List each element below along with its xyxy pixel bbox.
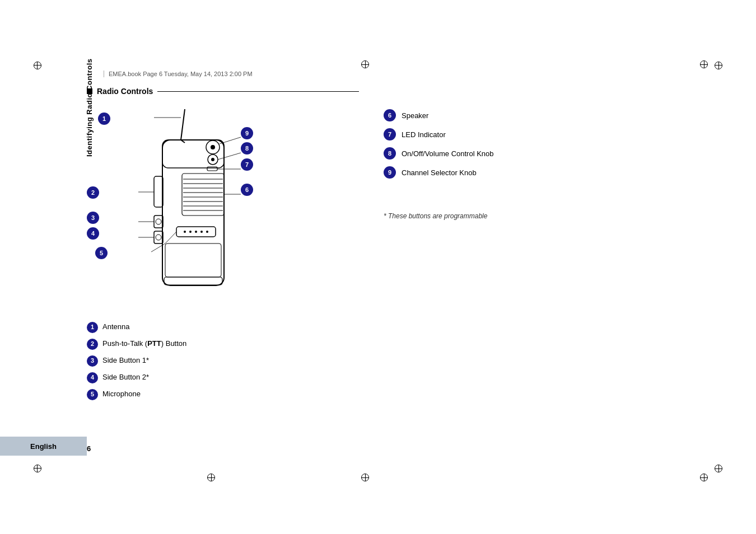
svg-rect-30 [164, 277, 222, 285]
svg-point-7 [211, 158, 214, 161]
svg-rect-2 [162, 140, 224, 285]
right-item-9: 9 Channel Selector Knob [384, 166, 722, 179]
heading-line [157, 91, 359, 92]
badge-inline-4: 4 [87, 372, 98, 383]
header-file-info: EMEA.book Page 6 Tuesday, May 14, 2013 2… [104, 71, 253, 77]
svg-line-36 [151, 243, 165, 252]
svg-point-27 [200, 231, 203, 233]
two-column-layout: 1 2 3 4 5 6 7 8 9 [87, 104, 722, 406]
svg-rect-21 [154, 231, 163, 243]
labels-list: 1 Antenna 2 Push-to-Talk (PTT) Button 3 … [87, 322, 350, 400]
label-text-3: Side Button 1* [102, 355, 149, 366]
right-item-8: 8 On/Off/Volume Control Knob [384, 147, 722, 160]
badge-8: 8 [241, 142, 253, 154]
label-text-1: Antenna [102, 322, 129, 332]
reg-mark-bottom-left [32, 463, 43, 474]
label-text-5: Microphone [102, 389, 141, 399]
svg-line-35 [165, 232, 176, 243]
label-item-4: 4 Side Button 2* [87, 372, 350, 383]
reg-mark-bottom-right [713, 463, 724, 474]
right-text-7: LED Indicator [402, 130, 446, 139]
svg-point-5 [211, 145, 215, 149]
content-area: Radio Controls [87, 87, 722, 458]
label-item-5: 5 Microphone [87, 389, 350, 400]
right-text-8: On/Off/Volume Control Knob [402, 149, 494, 158]
badge-inline-1: 1 [87, 322, 98, 333]
svg-point-26 [195, 231, 197, 233]
label-text-4: Side Button 2* [102, 372, 149, 382]
svg-rect-9 [182, 174, 224, 216]
svg-point-22 [156, 235, 161, 240]
svg-rect-29 [165, 243, 221, 277]
right-item-6: 6 Speaker [384, 109, 722, 121]
right-item-7: 7 LED Indicator [384, 128, 722, 140]
reg-mark-top-left [32, 60, 43, 71]
badge-inline-7: 7 [384, 128, 396, 140]
badge-inline-5: 5 [87, 389, 98, 400]
badge-5: 5 [95, 247, 108, 259]
svg-line-40 [220, 137, 241, 144]
programmable-note: * These buttons are programmable [384, 212, 722, 220]
left-column: 1 2 3 4 5 6 7 8 9 [87, 104, 350, 406]
badge-4: 4 [87, 227, 99, 240]
badge-inline-3: 3 [87, 355, 98, 367]
right-text-6: Speaker [402, 111, 428, 120]
svg-line-0 [181, 109, 185, 140]
reg-mark-top-right [713, 60, 724, 71]
badge-9: 9 [241, 127, 253, 139]
badge-1: 1 [98, 113, 110, 125]
radio-diagram: 1 2 3 4 5 6 7 8 9 [87, 104, 333, 311]
svg-rect-18 [154, 176, 163, 207]
section-title: Radio Controls [97, 87, 153, 96]
badge-7: 7 [241, 158, 253, 171]
right-text-9: Channel Selector Knob [402, 168, 477, 177]
svg-point-25 [189, 231, 192, 233]
heading-square-icon [87, 88, 92, 94]
badge-inline-9: 9 [384, 166, 396, 179]
label-item-2: 2 Push-to-Talk (PTT) Button [87, 339, 350, 350]
svg-point-24 [184, 231, 186, 233]
label-text-2: Push-to-Talk (PTT) Button [102, 339, 186, 349]
badge-2: 2 [87, 186, 99, 199]
badge-inline-6: 6 [384, 109, 396, 121]
label-item-1: 1 Antenna [87, 322, 350, 333]
radio-illustration [132, 109, 255, 299]
right-column: 6 Speaker 7 LED Indicator 8 On/Off/Volum… [350, 104, 722, 406]
side-tab-label: English [30, 442, 57, 451]
side-tab: English [0, 437, 87, 456]
badge-inline-2: 2 [87, 339, 98, 350]
section-heading: Radio Controls [87, 87, 722, 96]
label-item-3: 3 Side Button 1* [87, 355, 350, 367]
badge-inline-8: 8 [384, 147, 396, 160]
svg-point-28 [206, 231, 208, 233]
badge-6: 6 [241, 184, 253, 196]
svg-line-39 [218, 153, 241, 160]
svg-point-20 [156, 219, 161, 224]
badge-3: 3 [87, 212, 99, 224]
svg-rect-19 [154, 216, 163, 228]
svg-rect-8 [207, 167, 217, 171]
